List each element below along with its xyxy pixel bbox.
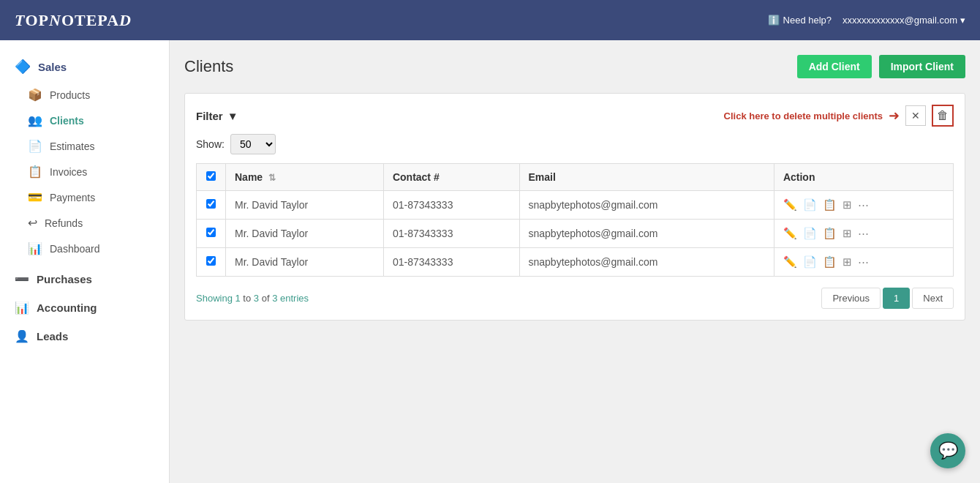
page-header: Clients Add Client Import Client bbox=[184, 55, 965, 78]
sales-label: Sales bbox=[38, 61, 67, 73]
clients-card: Filter ▼ Click here to delete multiple c… bbox=[184, 93, 965, 321]
row-action-1: ✏️ 📄 📋 ⊞ ⋯ bbox=[774, 220, 953, 248]
doc-icon[interactable]: 📄 bbox=[803, 227, 817, 240]
table-header-row: Name ⇅ Contact # Email Action bbox=[197, 164, 954, 191]
copy-icon[interactable]: 📋 bbox=[823, 255, 837, 269]
row-name-0[interactable]: Mr. David Taylor bbox=[226, 191, 384, 220]
accounting-label: Accounting bbox=[37, 302, 97, 314]
next-button[interactable]: Next bbox=[912, 288, 954, 309]
sidebar-item-label: Estimates bbox=[50, 141, 94, 152]
row-email-1: snapbytephotos@gmail.com bbox=[519, 220, 774, 248]
doc-icon[interactable]: 📄 bbox=[803, 255, 817, 269]
sidebar-purchases[interactable]: ➖ Purchases bbox=[0, 265, 169, 293]
main-layout: 🔷 Sales 📦 Products 👥 Clients 📄 Estimates… bbox=[0, 40, 980, 483]
showing-total: 3 bbox=[272, 293, 277, 304]
chevron-down-icon: ▾ bbox=[960, 15, 965, 26]
prev-button[interactable]: Previous bbox=[821, 288, 881, 309]
sidebar-item-label: Refunds bbox=[45, 217, 83, 229]
showing-text: Showing 1 to 3 of 3 entries bbox=[196, 293, 309, 304]
row-checkbox-cell bbox=[197, 220, 226, 248]
purchases-icon: ➖ bbox=[15, 272, 29, 286]
pagination-row: Showing 1 to 3 of 3 entries Previous 1 N… bbox=[196, 288, 954, 309]
add-client-button[interactable]: Add Client bbox=[797, 55, 872, 78]
more-icon[interactable]: ⋯ bbox=[858, 227, 869, 240]
sidebar-item-label: Dashboard bbox=[50, 243, 100, 255]
sidebar-item-label: Payments bbox=[50, 192, 95, 203]
header-contact: Contact # bbox=[383, 164, 519, 191]
row-email-2: snapbytephotos@gmail.com bbox=[519, 248, 774, 277]
leads-icon: 👤 bbox=[15, 329, 29, 343]
row-checkbox-cell bbox=[197, 191, 226, 220]
edit-icon[interactable]: ✏️ bbox=[783, 227, 797, 240]
row-action-2: ✏️ 📄 📋 ⊞ ⋯ bbox=[774, 248, 953, 277]
arrow-right-icon: ➜ bbox=[889, 108, 900, 124]
show-row: Show: 10 25 50 100 bbox=[196, 134, 954, 154]
more-icon[interactable]: ⋯ bbox=[858, 255, 869, 269]
table-row: Mr. David Taylor 01-87343333 snapbytepho… bbox=[197, 248, 954, 277]
show-label: Show: bbox=[196, 138, 225, 150]
row-contact-1: 01-87343333 bbox=[383, 220, 519, 248]
sidebar-item-label: Invoices bbox=[50, 166, 87, 178]
row-action-0: ✏️ 📄 📋 ⊞ ⋯ bbox=[774, 191, 953, 220]
sidebar-item-refunds[interactable]: ↩ Refunds bbox=[0, 210, 169, 236]
row-name-2[interactable]: Mr. David Taylor bbox=[226, 248, 384, 277]
row-checkbox-0[interactable] bbox=[206, 199, 216, 209]
row-checkbox-2[interactable] bbox=[206, 256, 216, 266]
filter-icon: ▼ bbox=[227, 110, 238, 122]
clients-icon: 👥 bbox=[28, 113, 42, 127]
copy-icon[interactable]: 📋 bbox=[823, 198, 837, 211]
sidebar-item-dashboard[interactable]: 📊 Dashboard bbox=[0, 236, 169, 261]
sidebar-sales-header[interactable]: 🔷 Sales bbox=[0, 51, 169, 82]
page-actions: Add Client Import Client bbox=[797, 55, 965, 78]
help-text: Need help? bbox=[783, 15, 832, 26]
sidebar-item-payments[interactable]: 💳 Payments bbox=[0, 184, 169, 210]
name-sort-icon[interactable]: ⇅ bbox=[268, 173, 276, 183]
app-logo: TOPNOTEPAD bbox=[15, 11, 132, 30]
chat-bubble[interactable]: 💬 bbox=[930, 433, 965, 468]
payments-icon: 💳 bbox=[28, 190, 42, 204]
grid-icon[interactable]: ⊞ bbox=[843, 198, 852, 211]
row-contact-0: 01-87343333 bbox=[383, 191, 519, 220]
row-checkbox-1[interactable] bbox=[206, 228, 216, 237]
sidebar-item-label: Products bbox=[50, 89, 90, 101]
select-all-checkbox[interactable] bbox=[206, 171, 216, 181]
more-icon[interactable]: ⋯ bbox=[858, 198, 869, 211]
import-client-button[interactable]: Import Client bbox=[879, 55, 965, 78]
page-1-button[interactable]: 1 bbox=[883, 288, 910, 309]
sidebar: 🔷 Sales 📦 Products 👥 Clients 📄 Estimates… bbox=[0, 40, 170, 483]
sales-icon: 🔷 bbox=[15, 59, 31, 75]
user-email: xxxxxxxxxxxxx@gmail.com bbox=[843, 15, 957, 26]
sales-section: 🔷 Sales 📦 Products 👥 Clients 📄 Estimates… bbox=[0, 51, 169, 261]
sidebar-item-estimates[interactable]: 📄 Estimates bbox=[0, 133, 169, 159]
copy-icon[interactable]: 📋 bbox=[823, 227, 837, 240]
row-contact-2: 01-87343333 bbox=[383, 248, 519, 277]
delete-button[interactable]: 🗑 bbox=[932, 105, 954, 127]
purchases-label: Purchases bbox=[37, 273, 92, 285]
products-icon: 📦 bbox=[28, 88, 42, 102]
filter-label: Filter ▼ bbox=[196, 110, 238, 122]
grid-icon[interactable]: ⊞ bbox=[843, 255, 852, 269]
dashboard-icon: 📊 bbox=[28, 242, 42, 255]
table-row: Mr. David Taylor 01-87343333 snapbytepho… bbox=[197, 220, 954, 248]
help-icon: ℹ️ bbox=[768, 15, 780, 26]
doc-icon[interactable]: 📄 bbox=[803, 198, 817, 211]
row-email-0: snapbytephotos@gmail.com bbox=[519, 191, 774, 220]
sidebar-leads[interactable]: 👤 Leads bbox=[0, 322, 169, 351]
grid-icon[interactable]: ⊞ bbox=[843, 227, 852, 240]
page-title: Clients bbox=[184, 57, 233, 76]
edit-icon[interactable]: ✏️ bbox=[783, 198, 797, 211]
row-name-1[interactable]: Mr. David Taylor bbox=[226, 220, 384, 248]
clear-button[interactable]: ✕ bbox=[905, 105, 926, 126]
sidebar-item-clients[interactable]: 👥 Clients bbox=[0, 108, 169, 133]
leads-label: Leads bbox=[37, 330, 68, 342]
sidebar-item-products[interactable]: 📦 Products bbox=[0, 82, 169, 108]
accounting-icon: 📊 bbox=[15, 301, 29, 315]
clients-table: Name ⇅ Contact # Email Action bbox=[196, 163, 954, 277]
sidebar-item-invoices[interactable]: 📋 Invoices bbox=[0, 159, 169, 184]
edit-icon[interactable]: ✏️ bbox=[783, 255, 797, 269]
help-button[interactable]: ℹ️ Need help? bbox=[768, 15, 832, 26]
sidebar-accounting[interactable]: 📊 Accounting bbox=[0, 293, 169, 322]
show-select[interactable]: 10 25 50 100 bbox=[230, 134, 276, 154]
header-email: Email bbox=[519, 164, 774, 191]
user-menu[interactable]: xxxxxxxxxxxxx@gmail.com ▾ bbox=[843, 15, 965, 26]
